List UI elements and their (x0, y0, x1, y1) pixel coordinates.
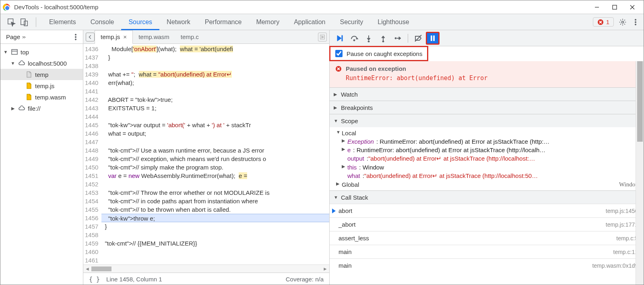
callstack-frame[interactable]: _aborttemp.js:1771 (330, 217, 644, 231)
tab-network[interactable]: Network (159, 14, 198, 30)
close-button[interactable] (623, 1, 641, 13)
inspect-icon[interactable] (7, 18, 16, 27)
more-icon[interactable] (632, 18, 640, 26)
svg-marker-33 (399, 37, 401, 40)
pause-caught-checkbox[interactable] (335, 50, 343, 57)
editor-horizontal-scrollbar[interactable]: ◄► (83, 264, 329, 273)
svg-marker-29 (382, 36, 385, 38)
tree-item[interactable]: temp.wasm (0, 91, 83, 103)
svg-point-15 (75, 36, 76, 37)
tab-security[interactable]: Security (332, 14, 370, 30)
step-over-button[interactable] (347, 32, 361, 45)
resume-button[interactable] (333, 32, 347, 45)
debugger-toolbar (330, 30, 644, 46)
svg-rect-17 (12, 50, 17, 54)
svg-rect-35 (431, 35, 432, 41)
step-out-button[interactable] (376, 32, 390, 45)
tab-application[interactable]: Application (287, 14, 332, 30)
svg-point-13 (635, 24, 636, 25)
svg-rect-1 (613, 5, 617, 9)
nav-back-icon[interactable] (86, 33, 95, 41)
svg-marker-24 (356, 38, 358, 39)
deactivate-breakpoints-button[interactable] (411, 32, 425, 45)
cursor-position: Line 1458, Column 1 (106, 276, 162, 283)
step-button[interactable] (391, 32, 405, 45)
scope-variable[interactable]: output: "abort(undefined) at Error↵ at j… (330, 154, 644, 163)
svg-point-14 (75, 34, 76, 35)
source-editor: temp.js×temp.wasmtemp.c 1436143714381439… (83, 30, 330, 285)
editor-tab[interactable]: temp.js× (95, 30, 133, 44)
svg-marker-26 (367, 38, 370, 40)
device-toggle-icon[interactable] (20, 18, 29, 27)
tree-item[interactable]: ▼top (0, 46, 83, 58)
editor-tab[interactable]: temp.wasm (133, 30, 175, 44)
step-into-button[interactable] (362, 32, 376, 45)
editor-tabs: temp.js×temp.wasmtemp.c (83, 30, 329, 44)
chevron-right-icon: » (22, 34, 26, 40)
sidebar-more-icon[interactable] (72, 33, 80, 41)
svg-rect-6 (24, 21, 27, 26)
svg-point-30 (382, 41, 384, 42)
svg-point-23 (353, 39, 355, 41)
pause-on-exceptions-button[interactable] (426, 32, 440, 45)
svg-point-27 (368, 41, 369, 42)
callstack-frame[interactable]: maintemp.c:11 (330, 245, 644, 258)
svg-marker-20 (322, 36, 324, 38)
scope-variable[interactable]: what: "abort(undefined) at Error↵ at jsS… (330, 171, 644, 180)
settings-icon[interactable] (619, 18, 627, 26)
scope-variable[interactable]: ▶Exception: RuntimeError: abort(undefine… (330, 137, 644, 146)
callstack-frame[interactable]: maintemp.wasm:0x1d9 (330, 258, 644, 272)
tab-console[interactable]: Console (83, 14, 122, 30)
scope-local-header[interactable]: ▼Local (330, 129, 644, 137)
paused-banner: Paused on exception RuntimeError: abort(… (330, 61, 644, 87)
callstack-frame[interactable]: assert_lesstemp.c:5 (330, 231, 644, 245)
tab-memory[interactable]: Memory (249, 14, 287, 30)
window-title: DevTools - localhost:5000/temp (14, 4, 98, 10)
breakpoints-section-header[interactable]: ▶Breakpoints (330, 101, 644, 114)
code-area[interactable]: 1436143714381439144014411442144314441445… (83, 44, 329, 264)
close-tab-icon[interactable]: × (123, 33, 127, 40)
pretty-print-icon[interactable]: { } (89, 276, 100, 283)
svg-marker-21 (337, 35, 341, 41)
tab-sources[interactable]: Sources (121, 14, 159, 30)
panel-vertical-scrollbar[interactable] (636, 61, 644, 285)
pause-caught-exceptions-row[interactable]: Pause on caught exceptions (329, 46, 428, 61)
devtools-icon (3, 4, 10, 11)
scope-variable[interactable]: ▶e: RuntimeError: abort(undefined) at Er… (330, 146, 644, 154)
debugger-panel: Pause on caught exceptions Paused on exc… (330, 30, 644, 285)
scope-body: ▼Local ▶Exception: RuntimeError: abort(u… (330, 127, 644, 190)
tab-elements[interactable]: Elements (42, 14, 83, 30)
scope-section-header[interactable]: ▼Scope (330, 114, 644, 127)
file-tree: ▼top▼localhost:5000temptemp.jstemp.wasm▶… (0, 44, 83, 116)
scope-global-header[interactable]: ▶GlobalWindow (330, 180, 644, 189)
svg-rect-22 (342, 35, 343, 41)
tab-performance[interactable]: Performance (198, 14, 249, 30)
scope-variable[interactable]: ▶this: Window (330, 163, 644, 171)
exception-message: RuntimeError: abort(undefined) at Error (346, 74, 638, 82)
editor-tab[interactable]: temp.c (175, 30, 204, 44)
error-count: 1 (606, 19, 609, 25)
navigator-sidebar: Page » ▼top▼localhost:5000temptemp.jstem… (0, 30, 83, 285)
tree-item[interactable]: ▶file:// (0, 103, 83, 114)
svg-point-10 (622, 21, 624, 23)
svg-point-12 (635, 21, 636, 23)
tree-item[interactable]: ▼localhost:5000 (0, 58, 83, 69)
sidebar-header[interactable]: Page » (0, 30, 83, 44)
tree-item[interactable]: temp.js (0, 80, 83, 91)
watch-section-header[interactable]: ▶Watch (330, 88, 644, 101)
callstack-section-header[interactable]: ▼Call Stack (330, 191, 644, 204)
svg-point-16 (75, 39, 76, 40)
callstack-body: aborttemp.js:1456_aborttemp.js:1771asser… (330, 204, 644, 272)
svg-point-31 (395, 37, 396, 39)
editor-footer: { } Line 1458, Column 1 Coverage: n/a (83, 273, 329, 285)
main-toolbar: ElementsConsoleSourcesNetworkPerformance… (0, 14, 644, 30)
window-titlebar: DevTools - localhost:5000/temp (0, 0, 644, 14)
svg-rect-5 (21, 19, 25, 25)
run-snippet-icon[interactable] (318, 33, 327, 41)
error-indicator[interactable]: 1 (593, 17, 614, 27)
tab-lighthouse[interactable]: Lighthouse (370, 14, 416, 30)
tree-item[interactable]: temp (0, 69, 83, 80)
minimize-button[interactable] (588, 1, 606, 13)
maximize-button[interactable] (606, 1, 623, 13)
callstack-frame[interactable]: aborttemp.js:1456 (330, 204, 644, 217)
